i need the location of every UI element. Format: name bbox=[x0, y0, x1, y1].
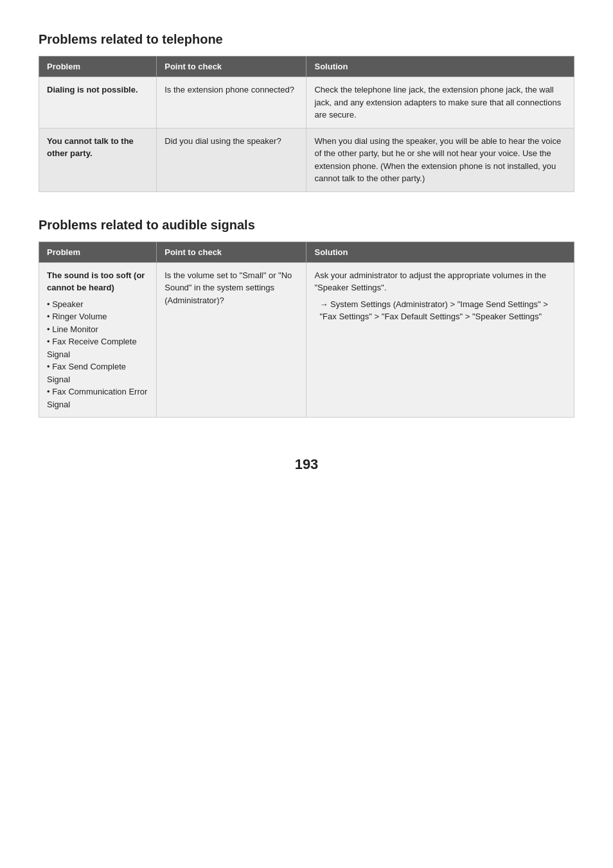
table2-header-solution: Solution bbox=[306, 242, 574, 262]
table2-header-point: Point to check bbox=[157, 242, 306, 262]
section2-title: Problems related to audible signals bbox=[39, 218, 574, 233]
list-item: Fax Receive Complete Signal bbox=[47, 335, 148, 360]
solution-cell: Check the telephone line jack, the exten… bbox=[306, 77, 574, 128]
list-item: Ringer Volume bbox=[47, 310, 148, 323]
table-row: You cannot talk to the other party. Did … bbox=[39, 128, 574, 191]
table1-header-problem: Problem bbox=[39, 57, 157, 77]
point-cell: Is the extension phone connected? bbox=[157, 77, 306, 128]
problem-cell: The sound is too soft (or cannot be hear… bbox=[39, 262, 157, 418]
list-item: Line Monitor bbox=[47, 323, 148, 336]
list-item: Fax Send Complete Signal bbox=[47, 360, 148, 385]
table2-header-problem: Problem bbox=[39, 242, 157, 262]
list-item: Fax Communication Error Signal bbox=[47, 385, 148, 411]
table1-header-solution: Solution bbox=[306, 57, 574, 77]
telephone-problems-table: Problem Point to check Solution Dialing … bbox=[39, 56, 574, 192]
audible-problems-table: Problem Point to check Solution The soun… bbox=[39, 242, 574, 418]
problem-cell: Dialing is not possible. bbox=[39, 77, 157, 128]
solution-text: Ask your administrator to adjust the app… bbox=[314, 270, 546, 293]
list-item: Speaker bbox=[47, 298, 148, 311]
table1-header-point: Point to check bbox=[157, 57, 306, 77]
problem-cell: You cannot talk to the other party. bbox=[39, 128, 157, 191]
table-row: Dialing is not possible. Is the extensio… bbox=[39, 77, 574, 128]
section1-title: Problems related to telephone bbox=[39, 32, 574, 47]
point-cell: Did you dial using the speaker? bbox=[157, 128, 306, 191]
point-cell: Is the volume set to "Small" or "No Soun… bbox=[157, 262, 306, 418]
problem-bullet-list: SpeakerRinger VolumeLine MonitorFax Rece… bbox=[47, 298, 148, 411]
solution-cell: Ask your administrator to adjust the app… bbox=[306, 262, 574, 418]
problem-title: The sound is too soft (or cannot be hear… bbox=[47, 270, 145, 293]
page-number: 193 bbox=[39, 456, 574, 473]
solution-path: → System Settings (Administrator) > "Ima… bbox=[319, 298, 566, 323]
table-row: The sound is too soft (or cannot be hear… bbox=[39, 262, 574, 418]
solution-cell: When you dial using the speaker, you wil… bbox=[306, 128, 574, 191]
